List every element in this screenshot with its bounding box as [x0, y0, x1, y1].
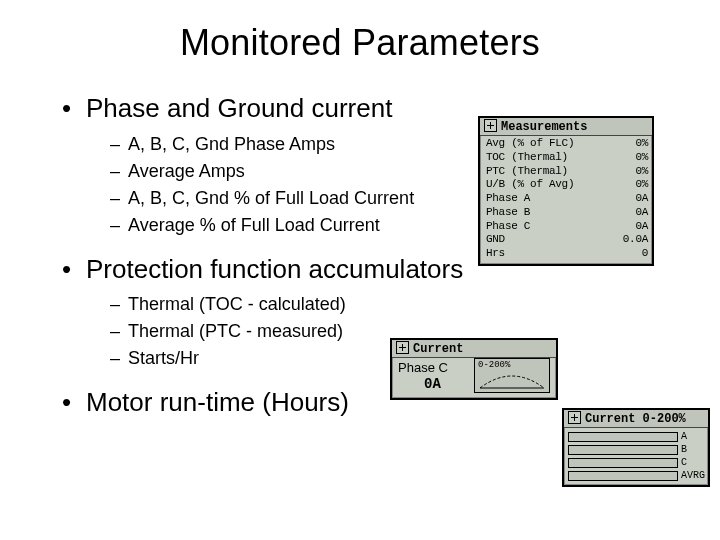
measurement-value: 0% — [610, 151, 648, 165]
bar-gauge — [568, 471, 678, 481]
measurement-label: Phase B — [486, 206, 610, 220]
measurement-value: 0% — [610, 165, 648, 179]
section-3-heading: Motor run-time (Hours) — [86, 386, 349, 419]
measurement-row: U/B (% of Avg)0% — [486, 178, 648, 192]
sub-item: A, B, C, Gnd % of Full Load Current — [128, 185, 414, 212]
bar-label: C — [681, 457, 687, 469]
gauge-arc-icon — [476, 370, 548, 390]
bar-row: AVRG — [568, 470, 706, 482]
measurement-row: Hrs0 — [486, 247, 648, 261]
measurement-row: PTC (Thermal)0% — [486, 165, 648, 179]
measurement-value: 0A — [610, 220, 648, 234]
measurement-row: GND0.0A — [486, 233, 648, 247]
measurement-label: Avg (% of FLC) — [486, 137, 610, 151]
bar-gauge — [568, 458, 678, 468]
bar-row: A — [568, 431, 706, 443]
measurement-label: Hrs — [486, 247, 610, 261]
sub-item: Starts/Hr — [128, 345, 199, 372]
panel-title: Current — [413, 342, 463, 356]
current-range: 0-200% — [478, 360, 510, 370]
measurement-label: Phase A — [486, 192, 610, 206]
bar-gauge — [568, 445, 678, 455]
current-phase-value: 0A — [424, 376, 441, 392]
current-gauge-box: 0-200% — [474, 358, 550, 393]
current-bars-panel: Current 0-200% ABCAVRG — [562, 408, 710, 487]
current-panel: Current Phase C 0A 0-200% — [390, 338, 558, 400]
bullet-dot: • — [62, 92, 86, 125]
bar-row: B — [568, 444, 706, 456]
measurement-row: TOC (Thermal)0% — [486, 151, 648, 165]
measurement-value: 0% — [610, 137, 648, 151]
panel-title: Current 0-200% — [585, 412, 686, 426]
measurement-value: 0% — [610, 178, 648, 192]
measurement-row: Phase C0A — [486, 220, 648, 234]
measurements-panel: Measurements Avg (% of FLC)0%TOC (Therma… — [478, 116, 654, 266]
measurement-label: Phase C — [486, 220, 610, 234]
bar-label: A — [681, 431, 687, 443]
measurement-label: GND — [486, 233, 610, 247]
sub-item: Thermal (PTC - measured) — [128, 318, 343, 345]
measurement-row: Phase A0A — [486, 192, 648, 206]
sub-item: Average Amps — [128, 158, 245, 185]
measurement-value: 0.0A — [610, 233, 648, 247]
sub-item: Thermal (TOC - calculated) — [128, 291, 346, 318]
panel-icon — [568, 411, 581, 424]
sub-item: Average % of Full Load Current — [128, 212, 380, 239]
bar-label: B — [681, 444, 687, 456]
panel-icon — [396, 341, 409, 354]
measurement-row: Phase B0A — [486, 206, 648, 220]
measurement-label: TOC (Thermal) — [486, 151, 610, 165]
measurement-value: 0A — [610, 206, 648, 220]
current-phase-label: Phase C — [398, 360, 448, 375]
sub-item: A, B, C, Gnd Phase Amps — [128, 131, 335, 158]
panel-icon — [484, 119, 497, 132]
measurement-label: PTC (Thermal) — [486, 165, 610, 179]
panel-title: Measurements — [501, 120, 587, 134]
bar-row: C — [568, 457, 706, 469]
section-2-heading: Protection function accumulators — [86, 253, 463, 286]
bar-gauge — [568, 432, 678, 442]
bar-label: AVRG — [681, 470, 705, 482]
measurement-value: 0 — [610, 247, 648, 261]
measurement-row: Avg (% of FLC)0% — [486, 137, 648, 151]
section-1-heading: Phase and Ground current — [86, 92, 392, 125]
measurement-label: U/B (% of Avg) — [486, 178, 610, 192]
slide-title: Monitored Parameters — [0, 0, 720, 64]
bullet-dot: • — [62, 253, 86, 286]
bullet-dot: • — [62, 386, 86, 419]
measurement-value: 0A — [610, 192, 648, 206]
